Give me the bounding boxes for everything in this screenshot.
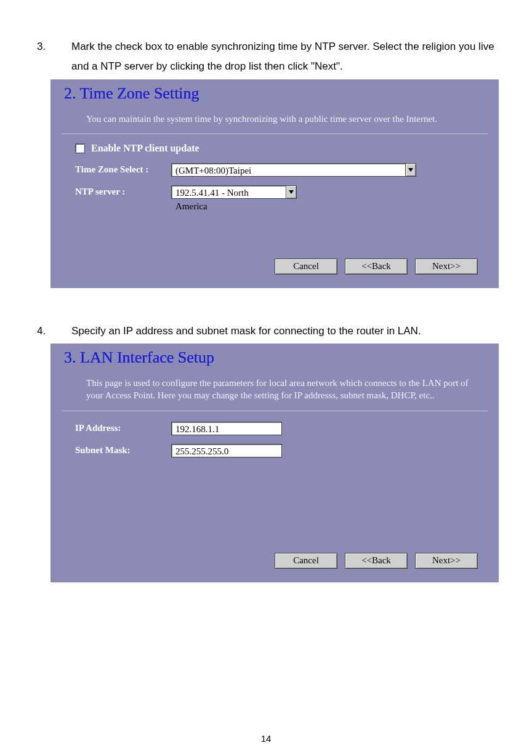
page-number: 14 <box>0 733 532 744</box>
chevron-down-icon[interactable] <box>286 185 297 199</box>
cancel-button[interactable]: Cancel <box>275 553 337 569</box>
ntp-server-select[interactable]: 192.5.41.41 - North America <box>171 185 297 199</box>
next-button[interactable]: Next>> <box>415 553 478 569</box>
panel-description: This page is used to configure the param… <box>62 377 488 411</box>
step-number: 4. <box>37 321 71 341</box>
svg-marker-1 <box>289 190 294 194</box>
timezone-value: (GMT+08:00)Taipei <box>171 163 405 177</box>
chevron-down-icon[interactable] <box>405 163 416 177</box>
enable-ntp-label: Enable NTP client update <box>91 143 200 154</box>
enable-ntp-checkbox[interactable] <box>75 143 85 153</box>
ip-address-field[interactable]: 192.168.1.1 <box>171 422 282 435</box>
timezone-panel: 2. Time Zone Setting You can maintain th… <box>50 79 499 288</box>
back-button[interactable]: <<Back <box>345 553 408 569</box>
panel-heading: 3. LAN Interface Setup <box>50 344 499 377</box>
back-button[interactable]: <<Back <box>345 259 408 275</box>
panel-description: You can maintain the system time by sync… <box>62 113 488 134</box>
subnet-mask-label: Subnet Mask: <box>75 445 171 456</box>
button-row: Cancel <<Back Next>> <box>50 544 499 582</box>
step-text: Specify an IP address and subnet mask fo… <box>71 321 501 341</box>
step-number: 3. <box>37 37 71 77</box>
lan-panel: 3. LAN Interface Setup This page is used… <box>50 344 499 582</box>
next-button[interactable]: Next>> <box>415 259 478 275</box>
svg-marker-0 <box>408 168 413 172</box>
step-4: 4. Specify an IP address and subnet mask… <box>37 321 501 341</box>
timezone-label: Time Zone Select : <box>75 164 171 175</box>
ntp-server-label: NTP server : <box>75 187 171 197</box>
ntp-server-value: 192.5.41.41 - North America <box>171 185 286 199</box>
ip-address-label: IP Address: <box>75 423 171 433</box>
step-text: Mark the check box to enable synchronizi… <box>71 37 501 77</box>
subnet-mask-field[interactable]: 255.255.255.0 <box>171 444 282 457</box>
button-row: Cancel <<Back Next>> <box>50 250 499 288</box>
panel-heading: 2. Time Zone Setting <box>50 79 499 113</box>
step-3: 3. Mark the check box to enable synchron… <box>37 37 501 77</box>
cancel-button[interactable]: Cancel <box>275 259 337 275</box>
timezone-select[interactable]: (GMT+08:00)Taipei <box>171 163 416 177</box>
